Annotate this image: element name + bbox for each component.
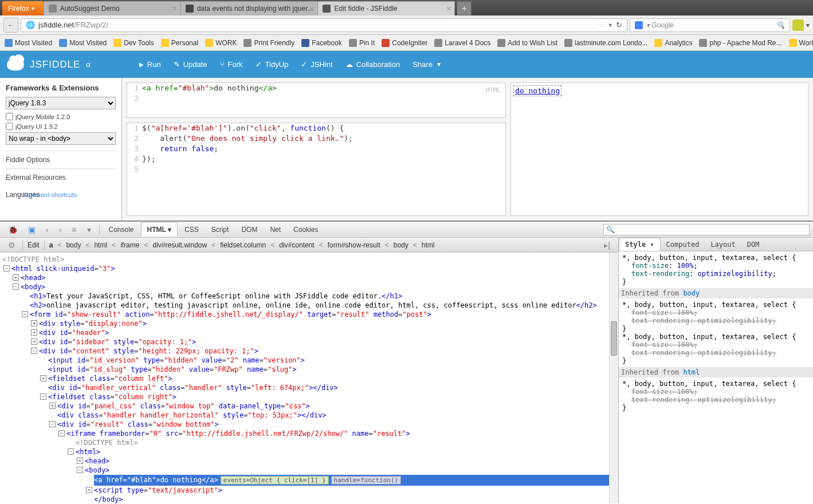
- h2-node[interactable]: <h2>online javascript editor, testing ja…: [21, 301, 616, 310]
- bookmark-item[interactable]: Pin It: [349, 39, 375, 47]
- tab-cookies[interactable]: Cookies: [288, 223, 324, 237]
- search-icon[interactable]: 🔍: [776, 21, 785, 29]
- breadcrumb[interactable]: fieldset.column: [218, 241, 268, 249]
- browser-tab-active[interactable]: Edit fiddle - JSFiddle×: [317, 1, 455, 15]
- lines-icon[interactable]: ≡: [67, 223, 81, 237]
- expand-icon[interactable]: +: [49, 403, 56, 409]
- collapse-icon[interactable]: −: [77, 467, 83, 473]
- search-input[interactable]: ▾ Google 🔍: [630, 18, 790, 32]
- script-node[interactable]: +<script type="text/javascript">: [85, 486, 616, 495]
- div-node[interactable]: +<div id="sidebar" style="opacity: 1;">: [30, 337, 616, 346]
- scrollbar[interactable]: [609, 253, 618, 503]
- checkbox[interactable]: [6, 123, 13, 130]
- head-node[interactable]: +<head>: [76, 456, 616, 466]
- addon-icon[interactable]: [792, 19, 804, 31]
- bookmark-star-icon[interactable]: ☆: [598, 21, 605, 29]
- tab-net[interactable]: Net: [264, 223, 286, 237]
- input-node[interactable]: <input id="id_slug" type="hidden" value=…: [39, 365, 616, 374]
- expand-icon[interactable]: +: [31, 320, 37, 326]
- events-badge[interactable]: events=Object { click=[1] }: [221, 476, 329, 485]
- fieldset-node[interactable]: −<fieldset class="column right"> +<div i…: [39, 392, 616, 503]
- tab-layout[interactable]: Layout: [705, 238, 741, 251]
- update-button[interactable]: ✎Update: [174, 60, 207, 69]
- tab-script[interactable]: Script: [206, 223, 235, 237]
- close-icon[interactable]: ×: [172, 4, 177, 13]
- div-node[interactable]: +<div id="panel_css" class="window top" …: [48, 401, 616, 411]
- expand-icon[interactable]: +: [31, 329, 37, 336]
- expand-icon[interactable]: ▸|: [599, 238, 615, 252]
- scrollbar-thumb[interactable]: [611, 321, 617, 356]
- browser-tab[interactable]: data events not displaying with jquer...…: [180, 1, 319, 15]
- fieldset-node[interactable]: +<fieldset class="column left">: [39, 374, 616, 383]
- tab-computed[interactable]: Computed: [661, 238, 705, 251]
- div-node[interactable]: <div id="handler_vertical" class="handle…: [39, 383, 616, 392]
- collapse-icon[interactable]: −: [68, 448, 74, 455]
- breadcrumb[interactable]: div#result.window: [150, 241, 209, 249]
- close-icon[interactable]: ×: [446, 4, 451, 13]
- kbd-shortcuts-link[interactable]: Keyboard shortcuts: [22, 188, 77, 198]
- bookmark-item[interactable]: Most Visited: [5, 39, 52, 47]
- bookmark-item[interactable]: Add to Wish List: [497, 39, 557, 47]
- div-node[interactable]: +<div id="header">: [30, 328, 616, 337]
- div-content-node[interactable]: −<div id="content" style="height: 229px;…: [30, 346, 616, 503]
- head-node[interactable]: +<head>: [11, 273, 616, 282]
- tab-dom[interactable]: DOM: [235, 223, 263, 237]
- run-button[interactable]: ▶Run: [139, 60, 161, 69]
- dropdown-icon[interactable]: ▾: [608, 21, 612, 29]
- bookmark-item[interactable]: php - Apache Mod Re...: [699, 39, 781, 47]
- external-resources-section[interactable]: External Resources: [6, 168, 116, 184]
- bookmark-item[interactable]: Most Visited: [59, 39, 107, 47]
- tab-style[interactable]: Style ▾: [619, 238, 661, 251]
- tab-css[interactable]: CSS: [179, 223, 205, 237]
- nav-back-icon[interactable]: ‹: [41, 223, 53, 237]
- share-button[interactable]: Share▼: [413, 60, 442, 69]
- bookmark-item[interactable]: Work: [789, 39, 813, 47]
- firebug-icon[interactable]: 🐞: [3, 223, 22, 237]
- breadcrumb[interactable]: body: [391, 241, 411, 249]
- input-node[interactable]: <input id="id_version" type="hidden" val…: [39, 356, 616, 365]
- collapse-icon[interactable]: −: [40, 393, 46, 400]
- firebug-html-tree[interactable]: <!DOCTYPE html> −<html slick-uniqueid="3…: [0, 253, 618, 503]
- h1-node[interactable]: <h1>Test your JavaScript, CSS, HTML or C…: [21, 292, 616, 301]
- html-link[interactable]: html: [683, 368, 700, 376]
- body-node[interactable]: −<body> <h1>Test your JavaScript, CSS, H…: [11, 282, 616, 503]
- collapse-icon[interactable]: −: [58, 430, 65, 436]
- jsfiddle-logo[interactable]: JSFIDDLE α: [7, 59, 91, 70]
- body-node[interactable]: −<body> <a href="#blah">do nothing</a>ev…: [76, 466, 616, 503]
- bookmark-item[interactable]: Personal: [161, 39, 198, 47]
- body-link[interactable]: body: [683, 289, 700, 297]
- js-panel[interactable]: 1$("a[href='#blah']").on("click", functi…: [127, 123, 506, 216]
- bookmark-item[interactable]: Dev Tools: [113, 39, 154, 47]
- firebug-search-input[interactable]: 🔍: [603, 224, 810, 235]
- expand-icon[interactable]: +: [13, 274, 19, 281]
- collapse-icon[interactable]: −: [3, 265, 10, 271]
- bookmark-item[interactable]: Analytics: [654, 39, 692, 47]
- bookmark-item[interactable]: CodeIgniter: [382, 39, 427, 47]
- bookmark-item[interactable]: Facebook: [301, 39, 342, 47]
- fork-button[interactable]: ⑂Fork: [220, 60, 243, 69]
- html-panel[interactable]: HTML 1<a href="#blah">do nothing</a> 2: [127, 82, 506, 118]
- jshint-button[interactable]: ✓JSHint: [301, 60, 332, 69]
- expand-icon[interactable]: +: [31, 338, 37, 345]
- checkbox[interactable]: [6, 113, 13, 120]
- close-icon[interactable]: ×: [309, 4, 314, 13]
- tool-icon[interactable]: ⚙: [3, 238, 20, 252]
- tab-html[interactable]: HTML ▾: [141, 222, 178, 237]
- breadcrumb[interactable]: iframe: [118, 241, 142, 249]
- breadcrumb[interactable]: a: [47, 241, 56, 249]
- dropdown-icon[interactable]: ▾: [83, 223, 96, 237]
- breadcrumb[interactable]: div#content: [277, 241, 316, 249]
- tab-console[interactable]: Console: [103, 223, 140, 237]
- collapse-icon[interactable]: −: [22, 311, 28, 317]
- form-node[interactable]: −<form id="show-result" action="http://f…: [21, 310, 616, 503]
- reload-icon[interactable]: ↻: [616, 21, 622, 29]
- collapse-icon[interactable]: −: [13, 284, 19, 290]
- browser-tab[interactable]: AutoSuggest Demo×: [44, 1, 181, 15]
- div-node[interactable]: <div class="handler handler_horizontal" …: [48, 411, 616, 420]
- collab-button[interactable]: ☁Collaboration: [345, 60, 400, 69]
- bookmark-item[interactable]: Print Friendly: [243, 39, 294, 47]
- ext-checkbox-1[interactable]: jQuery Mobile 1.2.0: [6, 113, 116, 120]
- wrap-select[interactable]: No wrap - in <body>: [6, 132, 116, 145]
- back-button[interactable]: ←: [3, 18, 18, 33]
- bookmark-item[interactable]: lastminute.com Londo...: [564, 39, 647, 47]
